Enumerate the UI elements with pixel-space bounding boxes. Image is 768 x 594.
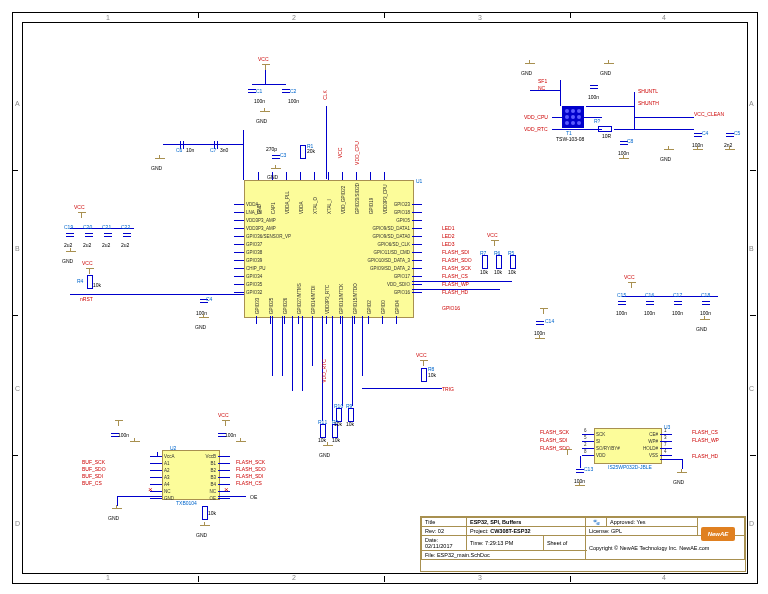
net-vcc: VCC	[487, 232, 498, 238]
net-vdd-rtc: VDD_RTC	[524, 126, 548, 132]
power-icon	[540, 306, 548, 314]
cap-val: 100n	[588, 94, 599, 100]
c22-val: 2u2	[121, 242, 129, 248]
c15-ref: C15	[617, 292, 626, 298]
net-gpio16: GPIO16	[442, 305, 460, 311]
r-val: 10k	[208, 510, 216, 516]
gnd-lbl: GND	[108, 515, 119, 521]
c6-ref: C6	[176, 147, 182, 153]
r10-val: 10k	[334, 421, 342, 427]
gnd-lbl: GND	[62, 258, 73, 264]
file-label: File:	[425, 552, 435, 558]
c16-ref: C16	[645, 292, 654, 298]
net-trig: TRIG	[442, 386, 454, 392]
copyright: Copyright © NewAE Technology Inc. NewAE.…	[589, 545, 709, 551]
row-label: B	[749, 245, 754, 252]
c21-val: 2u2	[102, 242, 110, 248]
c17-val: 100n	[672, 310, 683, 316]
gnd-icon	[66, 248, 76, 256]
gnd-icon	[619, 155, 629, 163]
c21-ref: C21	[102, 224, 111, 230]
u1-ref: U1	[416, 178, 422, 184]
power-icon	[628, 280, 636, 288]
net-flash-sdi: FLASH_SDI	[442, 249, 469, 255]
u3-part: IS25WP032D-JBLE	[608, 464, 652, 470]
row-label: D	[15, 520, 20, 527]
gnd-lbl: GND	[195, 324, 206, 330]
time: 7:29:13 PM	[485, 540, 513, 546]
gnd-icon	[693, 146, 703, 154]
sheet-label: Sheet of	[547, 540, 568, 546]
cap-c4r	[694, 130, 702, 140]
net-buf-cs: BUF_CS	[82, 480, 102, 486]
col-label: 3	[478, 14, 482, 21]
res-r11	[320, 424, 326, 438]
r-ref: R?	[594, 118, 600, 124]
c20-ref: C20	[83, 224, 92, 230]
c7-ref: C7	[210, 147, 216, 153]
r10-ref: R10	[334, 403, 343, 409]
power-icon	[115, 418, 123, 426]
net-vcc-clean: VCC_CLEAN	[694, 111, 724, 117]
net-flash-sck: FLASH_SCK	[540, 429, 569, 435]
approved-label: Approved:	[610, 519, 635, 525]
net-nrst: nRST	[80, 296, 93, 302]
col-label: 1	[106, 14, 110, 21]
c7-val: 3n0	[220, 147, 228, 153]
c3-ref: C3	[280, 152, 286, 158]
cap-val: 100n	[225, 432, 236, 438]
c1-val: 100n	[254, 98, 265, 104]
col-label: 3	[478, 574, 482, 581]
row-label: D	[749, 520, 754, 527]
c17-ref: C17	[673, 292, 682, 298]
net-led2: LED2	[442, 233, 455, 239]
net-shunth: SHUNTH	[638, 100, 659, 106]
cap-c22	[123, 230, 131, 240]
r10r-val: 10R	[602, 133, 611, 139]
r1-ref: R1	[307, 143, 313, 149]
row-label: A	[15, 100, 20, 107]
net-flash-sdo: FLASH_SDO	[442, 257, 472, 263]
col-label: 1	[106, 574, 110, 581]
title-block: Title ESP32, SPI, Buffers 🐾 Approved: Ye…	[420, 516, 746, 572]
u2-ref: U2	[170, 445, 176, 451]
gnd-icon	[535, 335, 545, 343]
res-r7	[482, 255, 488, 269]
t1-ref: T1	[566, 130, 572, 136]
net-vdd-cpu: VDD_CPU	[524, 114, 548, 120]
row-label: A	[749, 100, 754, 107]
r6-val: 10k	[494, 269, 502, 275]
gnd-icon	[130, 438, 140, 446]
r8-val: 10k	[428, 372, 436, 378]
c1-ref: C1	[256, 88, 262, 94]
tsw-val: TSW-103-08	[556, 136, 584, 142]
file: ESP32_main.SchDoc	[437, 552, 490, 558]
net-flash-wp: FLASH_WP	[692, 437, 719, 443]
r7-ref: R7	[480, 250, 486, 256]
r5-val: 10k	[508, 269, 516, 275]
title-text: ESP32, SPI, Buffers	[470, 519, 521, 525]
col-label: 4	[662, 574, 666, 581]
cap-c5	[726, 130, 734, 140]
power-icon	[491, 238, 499, 246]
c15-val: 100n	[616, 310, 627, 316]
r9-ref: R9	[346, 403, 352, 409]
cap	[590, 82, 598, 92]
power-icon	[222, 418, 230, 426]
net-flash-sdo: FLASH_SDO	[236, 466, 266, 472]
res-10r	[598, 126, 612, 132]
row-label: C	[15, 385, 20, 392]
r5-ref: R5	[508, 250, 514, 256]
c22-ref: C22	[121, 224, 130, 230]
gnd-lbl: GND	[319, 452, 330, 458]
net-flash-cs: FLASH_CS	[236, 480, 262, 486]
gnd-icon	[575, 482, 585, 490]
cap-c18	[702, 298, 710, 308]
c8-ref: C8	[627, 138, 633, 144]
c16-val: 100n	[644, 310, 655, 316]
net-buf-sck: BUF_SCK	[82, 459, 105, 465]
net-flash-sdi: FLASH_SDI	[540, 437, 567, 443]
r4-val: 10k	[93, 282, 101, 288]
c20-val: 2u2	[83, 242, 91, 248]
cap-val: 100n	[118, 432, 129, 438]
